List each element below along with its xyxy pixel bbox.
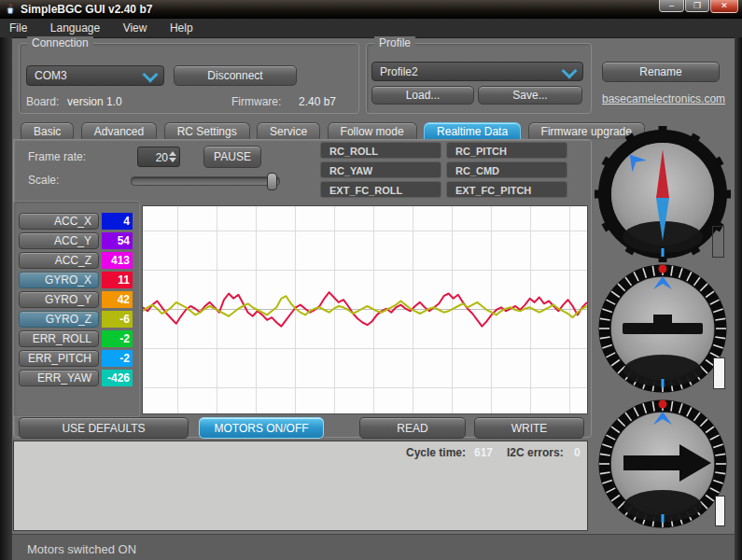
com-port-value: COM3 (35, 69, 67, 82)
spinner-down-icon[interactable] (169, 158, 176, 162)
err-roll-button[interactable]: ERR_ROLL (19, 330, 99, 347)
status-message: Motors switched ON (27, 542, 136, 556)
pitch-side-bar (715, 496, 725, 526)
tab-basic[interactable]: Basic (21, 122, 74, 139)
maximize-button[interactable]: ❐ (685, 0, 709, 12)
err-yaw-button[interactable]: ERR_YAW (19, 370, 99, 386)
menu-bar: File Language View Help (0, 19, 742, 38)
window-frame-left (0, 37, 12, 560)
minimize-icon: – (669, 1, 674, 10)
menu-help[interactable]: Help (161, 19, 203, 37)
scale-slider-thumb[interactable] (267, 173, 277, 190)
err-pitch-button[interactable]: ERR_PITCH (19, 350, 99, 367)
menu-view[interactable]: View (114, 19, 157, 37)
window-title: SimpleBGC GUI v2.40 b7 (21, 3, 152, 16)
i2c-errors-label: I2C errors: (507, 446, 564, 459)
acc-y-button[interactable]: ACC_Y (19, 232, 99, 249)
disconnect-label: Disconnect (207, 69, 262, 82)
rc-cmd-button[interactable]: RC_CMD (446, 161, 567, 178)
realtime-chart (142, 205, 588, 414)
pitch-tick-icon (662, 514, 665, 523)
save-button[interactable]: Save... (478, 86, 582, 105)
firmware-value: 2.40 b7 (299, 95, 336, 108)
connection-group-label: Connection (27, 36, 93, 49)
rc-roll-button[interactable]: RC_ROLL (320, 142, 441, 159)
err-yaw-value: -426 (102, 370, 133, 386)
tab-service[interactable]: Service (257, 122, 320, 139)
write-label: WRITE (511, 422, 548, 435)
close-button[interactable]: ✕ (710, 0, 738, 13)
website-link[interactable]: basecamelectronics.com (602, 92, 725, 105)
tab-realtime-data[interactable]: Realtime Data (424, 122, 521, 139)
app-window: SimpleBGC GUI v2.40 b7 – ❐ ✕ File Langua… (0, 0, 742, 560)
ext-fc-roll-button[interactable]: EXT_FC_ROLL (320, 181, 441, 198)
com-port-select[interactable]: COM3 (26, 65, 164, 86)
acc-x-value: 4 (102, 213, 133, 230)
message-panel: Cycle time: 617 I2C errors: 0 (13, 441, 588, 531)
firmware-label: Firmware: (231, 95, 281, 108)
motors-on-off-button[interactable]: MOTORS ON/OFF (199, 417, 324, 439)
rc-channel-buttons: RC_ROLL RC_PITCH RC_YAW RC_CMD EXT_FC_RO… (320, 142, 567, 198)
channel-row-err-yaw: ERR_YAW -426 (19, 370, 133, 386)
write-button[interactable]: WRITE (474, 417, 584, 439)
roll-side-bar (713, 357, 725, 389)
rename-button[interactable]: Rename (602, 62, 720, 82)
profile-select[interactable]: Profile2 (371, 62, 583, 81)
roll-gauge (594, 260, 732, 399)
scale-label: Scale: (28, 174, 59, 187)
maximize-icon: ❐ (693, 1, 701, 10)
rc-pitch-button[interactable]: RC_PITCH (446, 142, 567, 159)
close-icon: ✕ (721, 1, 728, 10)
gyro-y-button[interactable]: GYRO_Y (19, 291, 99, 308)
pause-button[interactable]: PAUSE (203, 146, 261, 168)
chart-series (143, 206, 587, 413)
use-defaults-button[interactable]: USE DEFAULTS (19, 417, 189, 439)
tab-advanced[interactable]: Advanced (81, 122, 157, 139)
title-bar[interactable]: SimpleBGC GUI v2.40 b7 – ❐ ✕ (0, 0, 742, 19)
use-defaults-label: USE DEFAULTS (62, 422, 145, 435)
frame-rate-spinner[interactable] (137, 147, 180, 167)
gyro-z-button[interactable]: GYRO_Z (19, 311, 99, 328)
gyro-x-value: 11 (102, 272, 133, 288)
disconnect-button[interactable]: Disconnect (174, 65, 297, 86)
channel-row-err-pitch: ERR_PITCH -2 (19, 350, 133, 367)
menu-file[interactable]: File (0, 19, 36, 37)
channel-row-gyro-y: GYRO_Y 42 (19, 291, 133, 308)
menu-language[interactable]: Language (41, 19, 109, 37)
acc-y-value: 54 (102, 232, 133, 249)
tab-rc-settings[interactable]: RC Settings (164, 122, 250, 139)
spinner-up-icon[interactable] (169, 151, 176, 156)
pitch-gauge (594, 396, 732, 534)
i2c-errors-value: 0 (574, 446, 581, 459)
acc-z-value: 413 (102, 252, 133, 269)
rename-label: Rename (639, 65, 681, 78)
tab-follow-mode[interactable]: Follow mode (328, 122, 417, 139)
frame-rate-label: Frame rate: (28, 150, 86, 163)
read-button[interactable]: READ (359, 417, 466, 439)
load-label: Load... (406, 89, 441, 102)
frame-rate-input[interactable] (138, 147, 170, 168)
board-label: Board: (26, 95, 59, 108)
tab-bar: Basic Advanced RC Settings Service Follo… (21, 122, 648, 139)
heading-tick-icon (662, 248, 665, 257)
board-value: version 1.0 (67, 95, 122, 108)
chevron-down-icon (562, 63, 578, 78)
load-button[interactable]: Load... (371, 86, 474, 105)
cycle-time-label: Cycle time: (406, 446, 466, 459)
rc-yaw-button[interactable]: RC_YAW (320, 161, 441, 178)
motors-label: MOTORS ON/OFF (214, 422, 308, 435)
err-pitch-value: -2 (102, 350, 133, 367)
read-label: READ (397, 422, 427, 435)
cycle-time-value: 617 (474, 446, 493, 459)
chevron-down-icon (143, 67, 159, 83)
profile-group-label: Profile (374, 36, 415, 49)
pitch-top-dot-icon (659, 400, 667, 409)
ext-fc-pitch-button[interactable]: EXT_FC_PITCH (446, 181, 567, 198)
acc-x-button[interactable]: ACC_X (19, 213, 99, 230)
gyro-x-button[interactable]: GYRO_X (19, 272, 99, 288)
roll-tick-icon (662, 379, 665, 387)
scale-slider[interactable] (131, 176, 280, 186)
acc-z-button[interactable]: ACC_Z (19, 252, 99, 269)
minimize-button[interactable]: – (659, 0, 684, 12)
pause-label: PAUSE (214, 150, 251, 163)
